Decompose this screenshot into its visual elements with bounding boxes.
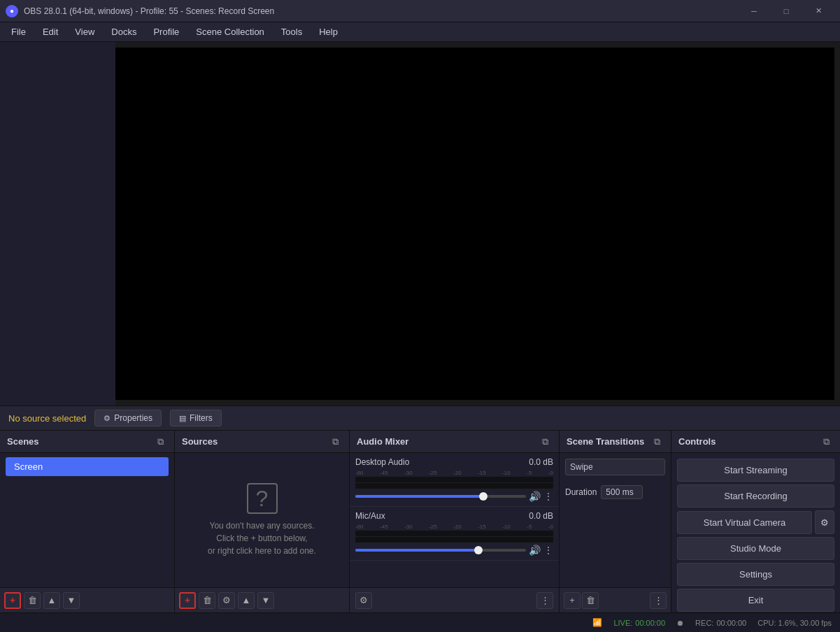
filter-icon: ▤ xyxy=(179,414,186,423)
scenes-panel-header: Scenes ⧉ xyxy=(0,431,174,453)
mute-button-mic[interactable]: 🔊 xyxy=(529,545,541,556)
cpu-label: CPU: 1.6%, 30.00 fps xyxy=(757,619,832,627)
start-virtual-camera-button[interactable]: Start Virtual Camera xyxy=(677,511,812,534)
sources-add-button[interactable]: + xyxy=(179,592,196,609)
titlebar: ● OBS 28.0.1 (64-bit, windows) - Profile… xyxy=(0,0,840,22)
live-label: LIVE: xyxy=(613,619,632,627)
scenes-panel-popout[interactable]: ⧉ xyxy=(153,435,167,449)
window-title: OBS 28.0.1 (64-bit, windows) - Profile: … xyxy=(24,6,738,16)
status-cpu: CPU: 1.6%, 30.00 fps xyxy=(757,619,832,627)
audio-meter-bar-desktop-1 xyxy=(355,477,553,482)
studio-mode-button[interactable]: Studio Mode xyxy=(677,537,834,560)
audio-channel-desktop: Desktop Audio 0.0 dB -60-45-30-25-20-15-… xyxy=(350,453,559,507)
scene-item-screen[interactable]: Screen xyxy=(6,457,169,476)
audio-channel-desktop-name: Desktop Audio xyxy=(355,457,409,467)
status-live: LIVE: 00:00:00 xyxy=(613,619,665,627)
live-time: 00:00:00 xyxy=(635,619,665,627)
scenes-move-down-button[interactable]: ▼ xyxy=(63,592,80,609)
audio-channel-desktop-db: 0.0 dB xyxy=(529,457,553,467)
menu-view[interactable]: View xyxy=(66,24,103,40)
menu-profile[interactable]: Profile xyxy=(145,24,187,40)
start-recording-button[interactable]: Start Recording xyxy=(677,484,834,508)
sources-panel-icons: ⧉ xyxy=(328,435,342,449)
menu-tools[interactable]: Tools xyxy=(273,24,311,40)
audio-meter-ticks-mic: -60-45-30-25-20-15-10-5-0 xyxy=(355,524,553,530)
scene-transitions-panel: Scene Transitions ⧉ Swipe Cut Fade Luma … xyxy=(560,431,671,612)
scenes-add-button[interactable]: + xyxy=(4,592,21,609)
volume-slider-desktop[interactable] xyxy=(355,495,526,498)
virtual-camera-settings-icon[interactable]: ⚙ xyxy=(815,510,834,534)
menu-help[interactable]: Help xyxy=(311,24,346,40)
more-options-mic[interactable]: ⋮ xyxy=(543,545,553,556)
audio-channel-mic: Mic/Aux 0.0 dB -60-45-30-25-20-15-10-5-0 xyxy=(350,507,559,561)
sources-panel-popout[interactable]: ⧉ xyxy=(328,435,342,449)
controls-panel-popout[interactable]: ⧉ xyxy=(819,435,833,449)
sources-panel: Sources ⧉ ? You don't have any sources. … xyxy=(175,431,350,612)
duration-label: Duration xyxy=(565,487,597,497)
app-icon: ● xyxy=(6,5,18,17)
audio-channel-desktop-header: Desktop Audio 0.0 dB xyxy=(355,457,553,467)
transition-type-select[interactable]: Swipe Cut Fade Luma Wipe Slide Stinger xyxy=(565,459,665,475)
audio-meter-bar-mic-1 xyxy=(355,531,553,536)
audio-settings-button[interactable]: ⚙ xyxy=(355,592,372,609)
audio-channel-mic-name: Mic/Aux xyxy=(355,511,385,521)
settings-button[interactable]: Settings xyxy=(677,563,834,586)
scenes-panel-content: Screen xyxy=(0,453,174,587)
transition-more-button[interactable]: ⋮ xyxy=(650,592,667,609)
sources-move-up-button[interactable]: ▲ xyxy=(238,592,255,609)
controls-panel: Controls ⧉ Start Streaming Start Recordi… xyxy=(671,431,840,612)
controls-panel-header: Controls ⧉ xyxy=(671,431,840,453)
window-controls: ─ □ ✕ xyxy=(738,0,834,22)
minimize-button[interactable]: ─ xyxy=(738,0,770,22)
more-options-desktop[interactable]: ⋮ xyxy=(543,491,553,502)
rec-time: 00:00:00 xyxy=(716,619,746,627)
scenes-panel-icons: ⧉ xyxy=(153,435,167,449)
audio-mixer-panel: Audio Mixer ⧉ Desktop Audio 0.0 dB -60-4… xyxy=(350,431,560,612)
scene-transitions-panel-footer: + 🗑 ⋮ xyxy=(560,587,671,612)
preview-left-margin xyxy=(0,42,115,405)
sources-remove-button[interactable]: 🗑 xyxy=(199,592,215,609)
scenes-panel: Scenes ⧉ Screen + 🗑 ▲ ▼ xyxy=(0,431,175,612)
duration-row: Duration xyxy=(565,485,665,499)
scene-transitions-panel-content: Swipe Cut Fade Luma Wipe Slide Stinger D… xyxy=(560,453,671,587)
sources-panel-content[interactable]: ? You don't have any sources. Click the … xyxy=(175,453,349,587)
sources-empty-text: You don't have any sources. Click the + … xyxy=(208,519,316,557)
menu-edit[interactable]: Edit xyxy=(34,24,66,40)
no-source-label: No source selected xyxy=(8,413,86,424)
controls-panel-title: Controls xyxy=(678,436,716,447)
audio-mixer-panel-popout[interactable]: ⧉ xyxy=(538,435,552,449)
scene-transitions-panel-popout[interactable]: ⧉ xyxy=(650,435,664,449)
audio-controls-mic: 🔊 ⋮ xyxy=(355,545,553,556)
duration-input[interactable] xyxy=(601,485,643,499)
menu-docks[interactable]: Docks xyxy=(103,24,145,40)
menu-scene-collection[interactable]: Scene Collection xyxy=(187,24,273,40)
scenes-remove-button[interactable]: 🗑 xyxy=(24,592,41,609)
volume-slider-mic[interactable] xyxy=(355,549,526,552)
mute-button-desktop[interactable]: 🔊 xyxy=(529,491,541,502)
scenes-panel-footer: + 🗑 ▲ ▼ xyxy=(0,587,174,612)
start-streaming-button[interactable]: Start Streaming xyxy=(677,459,834,482)
sources-settings-button[interactable]: ⚙ xyxy=(218,592,235,609)
audio-mixer-panel-title: Audio Mixer xyxy=(357,436,408,447)
audio-mixer-panel-footer: ⚙ ⋮ xyxy=(350,587,559,612)
audio-channel-mic-db: 0.0 dB xyxy=(529,511,553,521)
menu-file[interactable]: File xyxy=(3,24,34,40)
transition-remove-button[interactable]: 🗑 xyxy=(582,592,599,609)
status-rec: REC: 00:00:00 xyxy=(695,619,746,627)
source-info-bar: No source selected ⚙ Properties ▤ Filter… xyxy=(0,405,840,431)
bottom-panels: Scenes ⧉ Screen + 🗑 ▲ ▼ Sources ⧉ ? You … xyxy=(0,431,840,612)
audio-meter-container-desktop xyxy=(355,477,553,489)
filters-button[interactable]: ▤ Filters xyxy=(170,410,222,426)
audio-more-button[interactable]: ⋮ xyxy=(536,592,553,609)
properties-button[interactable]: ⚙ Properties xyxy=(94,410,162,426)
exit-button[interactable]: Exit xyxy=(677,589,834,612)
transition-add-button[interactable]: + xyxy=(564,592,581,609)
scenes-move-up-button[interactable]: ▲ xyxy=(43,592,60,609)
scene-transitions-panel-header: Scene Transitions ⧉ xyxy=(560,431,671,453)
recording-icon: ⏺ xyxy=(676,619,684,627)
audio-meter-ticks-desktop: -60-45-30-25-20-15-10-5-0 xyxy=(355,470,553,476)
maximize-button[interactable]: □ xyxy=(770,0,802,22)
sources-move-down-button[interactable]: ▼ xyxy=(257,592,274,609)
close-button[interactable]: ✕ xyxy=(802,0,834,22)
controls-panel-icons: ⧉ xyxy=(819,435,833,449)
